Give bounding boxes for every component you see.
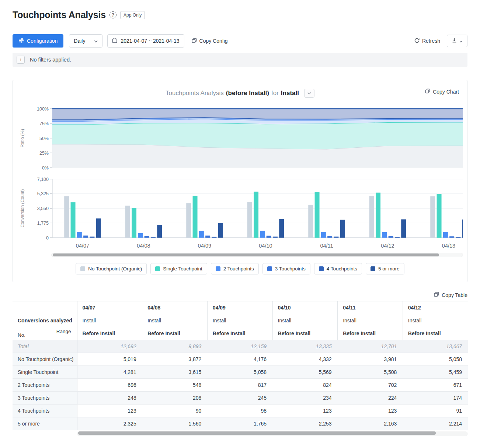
touchpoints-chart: 100%75%50%25%0%7,1005,3253,5501,7750Rati…	[13, 101, 467, 251]
cell-value: 174	[403, 392, 468, 405]
toolbar: Configuration Daily 2021-04-07 ~ 2021-04…	[13, 34, 467, 48]
cell-value: 90	[142, 405, 208, 417]
chart-title: Touchpoints Analysis (before Install) fo…	[13, 89, 467, 98]
row-label: Total	[13, 340, 77, 353]
row-label: 4 Touchpoints	[13, 405, 77, 417]
range-value: Before Install	[142, 327, 208, 340]
copy-icon	[434, 292, 439, 298]
legend-swatch	[216, 266, 220, 271]
conversion-value: Install	[403, 314, 468, 327]
svg-text:04/09: 04/09	[198, 243, 211, 249]
copy-icon	[192, 38, 197, 44]
table-row: 4 Touchpoints123909812312391	[13, 405, 468, 417]
cell-value: 3,981	[338, 353, 403, 366]
table-row: Single Touchpoint4,2813,6155,0585,5695,5…	[13, 366, 468, 379]
svg-text:04/08: 04/08	[137, 243, 150, 249]
legend-item[interactable]: 4 Touchpoints	[314, 263, 362, 274]
cell-value: 548	[142, 379, 208, 392]
cell-value: 123	[77, 405, 142, 417]
app-only-badge: App Only	[120, 11, 145, 19]
touchpoints-table: 04/0704/0804/0904/1004/1104/12Conversion…	[13, 301, 468, 430]
legend-item[interactable]: No Touchpoint (Organic)	[76, 263, 147, 274]
cell-value: 9,893	[142, 340, 208, 353]
legend-item[interactable]: Single Touchpoint	[150, 263, 207, 274]
svg-text:04/10: 04/10	[259, 243, 272, 249]
legend-label: 2 Touchpoints	[223, 266, 254, 272]
date-range-picker[interactable]: 2021-04-07 ~ 2021-04-13	[107, 34, 184, 48]
filter-bar: + No filters applied.	[13, 53, 467, 67]
cell-value: 123	[272, 405, 338, 417]
svg-text:7,100: 7,100	[37, 177, 49, 182]
conversion-value: Install	[207, 314, 272, 327]
svg-text:Conversion (Count): Conversion (Count)	[20, 189, 25, 227]
table-scrollbar-thumb[interactable]	[78, 431, 436, 435]
cell-value: 123	[338, 405, 403, 417]
legend-swatch	[155, 266, 160, 271]
copy-icon	[425, 88, 430, 95]
cell-value: 234	[272, 392, 338, 405]
cell-value: 5,459	[403, 366, 468, 379]
cell-value: 12,692	[77, 340, 142, 353]
period-select[interactable]: Daily	[69, 34, 102, 48]
cell-value: 2,325	[77, 417, 142, 430]
cell-value: 702	[338, 379, 403, 392]
cell-value: 13,667	[403, 340, 468, 353]
chart-metric-dropdown[interactable]	[304, 89, 314, 98]
table-row: Total12,6929,89312,15913,33512,70113,667	[13, 340, 468, 353]
cell-value: 2,253	[272, 417, 338, 430]
svg-text:3,550: 3,550	[37, 206, 49, 211]
column-header-date: 04/09	[207, 301, 272, 314]
chart-scrollbar-thumb[interactable]	[53, 253, 439, 256]
svg-text:5,325: 5,325	[37, 191, 49, 196]
svg-text:50%: 50%	[39, 136, 49, 141]
range-value: Before Install	[403, 327, 468, 340]
row-label: 5 or more	[13, 417, 77, 430]
cell-value: 5,019	[77, 353, 142, 366]
range-value: Before Install	[338, 327, 403, 340]
help-icon[interactable]: ?	[109, 11, 116, 18]
legend-swatch	[267, 266, 272, 271]
cell-value: 2,163	[338, 417, 403, 430]
conversion-value: Install	[77, 314, 142, 327]
copy-table-button[interactable]: Copy Table	[434, 292, 467, 298]
cell-value: 248	[77, 392, 142, 405]
row-label: 3 Touchpoints	[13, 392, 77, 405]
cell-value: 817	[207, 379, 272, 392]
svg-text:100%: 100%	[37, 106, 49, 112]
svg-text:25%: 25%	[39, 151, 49, 156]
column-header-date: 04/08	[142, 301, 208, 314]
configuration-button[interactable]: Configuration	[13, 34, 63, 48]
refresh-button[interactable]: Refresh	[414, 38, 440, 44]
cell-value: 5,508	[338, 366, 403, 379]
legend-label: No Touchpoint (Organic)	[88, 266, 142, 272]
legend-item[interactable]: 3 Touchpoints	[262, 263, 310, 274]
chart-legend: No Touchpoint (Organic)Single Touchpoint…	[13, 263, 467, 274]
cell-value: 4,281	[77, 366, 142, 379]
add-filter-button[interactable]: +	[17, 56, 25, 64]
download-icon	[452, 38, 457, 44]
legend-label: 5 or more	[378, 266, 400, 272]
range-value: Before Install	[207, 327, 272, 340]
cell-value: 98	[207, 405, 272, 417]
legend-item[interactable]: 2 Touchpoints	[211, 263, 259, 274]
svg-text:04/13: 04/13	[442, 243, 455, 249]
cell-value: 224	[338, 392, 403, 405]
cell-value: 3,872	[142, 353, 208, 366]
column-header-date: 04/11	[338, 301, 403, 314]
chart-horizontal-scrollbar	[51, 253, 463, 257]
svg-text:04/12: 04/12	[381, 243, 394, 249]
cell-value: 245	[207, 392, 272, 405]
calendar-icon	[112, 38, 117, 44]
legend-item[interactable]: 5 or more	[366, 263, 404, 274]
cell-value: 2,214	[403, 417, 468, 430]
row-label: 2 Touchpoints	[13, 379, 77, 392]
legend-swatch	[80, 266, 85, 271]
copy-config-button[interactable]: Copy Config	[192, 38, 228, 44]
no-range-corner-cell: No.Range	[13, 327, 77, 340]
export-button[interactable]	[447, 35, 467, 47]
copy-chart-button[interactable]: Copy Chart	[425, 88, 459, 95]
chevron-down-icon	[94, 38, 98, 44]
table-row: No Touchpoint (Organic)5,0193,8724,1764,…	[13, 353, 468, 366]
table-row: 5 or more2,3251,5601,7652,2532,1632,214	[13, 417, 468, 430]
column-header-date: 04/10	[272, 301, 338, 314]
